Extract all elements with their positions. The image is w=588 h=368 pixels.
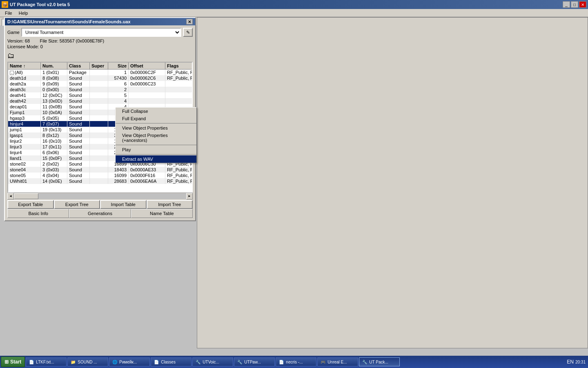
table-row[interactable]: death2a9 (0x09)Sound60x00006C23	[8, 81, 192, 87]
cell-class: Sound	[67, 138, 90, 144]
taskbar-item-icon: 📄	[29, 359, 34, 365]
cell-super	[90, 138, 108, 144]
window-title-bar: D:\GAMES\UnrealTournament\Sounds\FemaleS…	[5, 18, 195, 25]
scroll-thumb[interactable]	[14, 193, 38, 199]
scroll-left-button[interactable]: ◄	[7, 193, 14, 200]
taskbar-item[interactable]: 🔧UTVoic...	[192, 357, 233, 366]
menu-bar: File Help	[0, 9, 588, 17]
ctx-play[interactable]: Play	[116, 146, 196, 153]
col-class[interactable]: Class	[67, 63, 90, 69]
game-select[interactable]: Unreal Tournament	[21, 28, 181, 37]
import-table-button[interactable]: Import Table	[100, 200, 147, 209]
taskbar-item[interactable]: 🔧UT Pack...	[359, 357, 400, 366]
horizontal-scrollbar[interactable]: ◄ ►	[7, 193, 193, 199]
cell-flags: RF_Public, RF	[165, 173, 192, 178]
table-row[interactable]: death3c0 (0x00)Sound2	[8, 87, 192, 92]
close-button[interactable]: ✕	[579, 1, 586, 8]
cell-size: 28683	[108, 178, 129, 184]
title-bar-left: 📦 UT Package Tool v2.0 beta 5	[2, 1, 70, 8]
taskbar-item[interactable]: 🌐Римейк...	[109, 357, 150, 366]
cell-offset: 0x0000AE33	[129, 167, 165, 173]
col-size[interactable]: Size	[108, 63, 129, 69]
table-row[interactable]: UWhit0114 (0x0E)Sound286830x0006EA6ARF_P…	[8, 178, 192, 184]
tab-generations[interactable]: Generations	[69, 209, 131, 218]
taskbar-item[interactable]: 📁SOUND ...	[67, 357, 108, 366]
cell-super	[90, 144, 108, 150]
col-offset[interactable]: Offset	[129, 63, 165, 69]
menu-help[interactable]: Help	[16, 10, 31, 16]
ctx-view-props-ancestors[interactable]: View Object Properties (+ancestors)	[116, 132, 196, 144]
taskbar-item-label: Classes	[161, 360, 176, 364]
cell-num: 2 (0x02)	[41, 161, 67, 167]
export-tree-button[interactable]: Export Tree	[54, 200, 100, 209]
cell-class: Sound	[67, 115, 90, 121]
taskbar-items: 📄LTKF.txt...📁SOUND ...🌐Римейк...📄Classes…	[26, 357, 564, 366]
export-table-button[interactable]: Export Table	[7, 200, 54, 209]
cell-name: death41	[8, 92, 41, 98]
taskbar-item[interactable]: 📄Classes	[151, 357, 192, 366]
taskbar-item[interactable]: 📄LTKF.txt...	[26, 357, 67, 366]
cell-size: 5	[108, 92, 129, 98]
cell-name: linjur4	[8, 150, 41, 155]
taskbar-item-icon: 🎮	[320, 359, 326, 365]
import-tree-button[interactable]: Import Tree	[147, 200, 193, 209]
tree-collapse-icon[interactable]: -	[10, 71, 14, 75]
taskbar-item-icon: 🔧	[195, 359, 201, 365]
cell-class: Sound	[67, 92, 90, 98]
taskbar-item[interactable]: 🎮Unreal E...	[317, 357, 358, 366]
cell-class: Sound	[67, 144, 90, 150]
app-icon: 📦	[2, 1, 8, 8]
cell-num: 6 (0x06)	[41, 150, 67, 155]
cell-offset: 0x00006C2F	[129, 70, 165, 75]
minimize-button[interactable]: _	[563, 1, 570, 8]
tab-name-table[interactable]: Name Table	[131, 209, 193, 218]
ctx-view-props[interactable]: View Object Properties	[116, 124, 196, 132]
scroll-right-button[interactable]: ►	[186, 193, 193, 200]
cell-num: 3 (0x03)	[41, 167, 67, 173]
table-row[interactable]: death1d8 (0x08)Sound574300x000062C6RF_Pu…	[8, 75, 192, 81]
cell-num: 8 (0x12)	[41, 132, 67, 138]
menu-file[interactable]: File	[2, 10, 16, 16]
cell-class: Sound	[67, 98, 90, 104]
window-close-button[interactable]: ✕	[186, 19, 193, 25]
taskbar-item-icon: 🌐	[112, 359, 118, 365]
cell-flags: RF_Public, RF	[165, 70, 192, 75]
licensee-info: Licensee Mode: 0	[7, 44, 193, 49]
licensee-label: Licensee Mode: 0	[7, 44, 43, 49]
table-row[interactable]: stone054 (0x04)Sound160990x0000F616RF_Pu…	[8, 173, 192, 178]
table-row[interactable]: -(All)1 (0x01)Package10x00006C2FRF_Publi…	[8, 70, 192, 75]
start-button[interactable]: ⊞ Start	[1, 357, 25, 367]
col-num[interactable]: Num.	[41, 63, 67, 69]
cell-super	[90, 87, 108, 92]
cell-num: 4 (0x04)	[41, 173, 67, 178]
ctx-full-collapse[interactable]: Full Collapse	[116, 108, 196, 115]
maximize-button[interactable]: □	[571, 1, 578, 8]
ctx-extract-wav[interactable]: Extract as WAV	[116, 155, 196, 163]
col-flags[interactable]: Flags	[165, 63, 193, 69]
table-row[interactable]: death4112 (0x0C)Sound5	[8, 92, 192, 98]
cell-flags	[165, 87, 192, 92]
taskbar-item[interactable]: 📄necris -...	[276, 357, 316, 366]
cell-class: Sound	[67, 75, 90, 81]
cell-flags	[165, 81, 192, 87]
cell-name: stone02	[8, 161, 41, 167]
cell-class: Sound	[67, 167, 90, 173]
table-row[interactable]: stone043 (0x03)Sound184030x0000AE33RF_Pu…	[8, 167, 192, 173]
cell-name: linjur2	[8, 138, 41, 144]
cell-name: lgasp1	[8, 132, 41, 138]
cell-num: 9 (0x09)	[41, 81, 67, 87]
col-super[interactable]: Super	[90, 63, 108, 69]
cell-name: -(All)	[8, 70, 41, 75]
tab-basic-info[interactable]: Basic Info	[7, 209, 69, 218]
cell-super	[90, 121, 108, 127]
taskbar-item[interactable]: 🔧UTPaw...	[234, 357, 275, 366]
scroll-track[interactable]	[14, 193, 186, 199]
table-row[interactable]: death4213 (0x0D)Sound4	[8, 98, 192, 104]
ctx-full-expand[interactable]: Full Expand	[116, 115, 196, 122]
col-name[interactable]: Name ↑	[8, 63, 41, 69]
game-edit-button[interactable]: ✎	[183, 28, 193, 37]
cell-super	[90, 92, 108, 98]
cell-flags	[165, 98, 192, 104]
cell-size: 2	[108, 87, 129, 92]
cell-flags	[165, 92, 192, 98]
